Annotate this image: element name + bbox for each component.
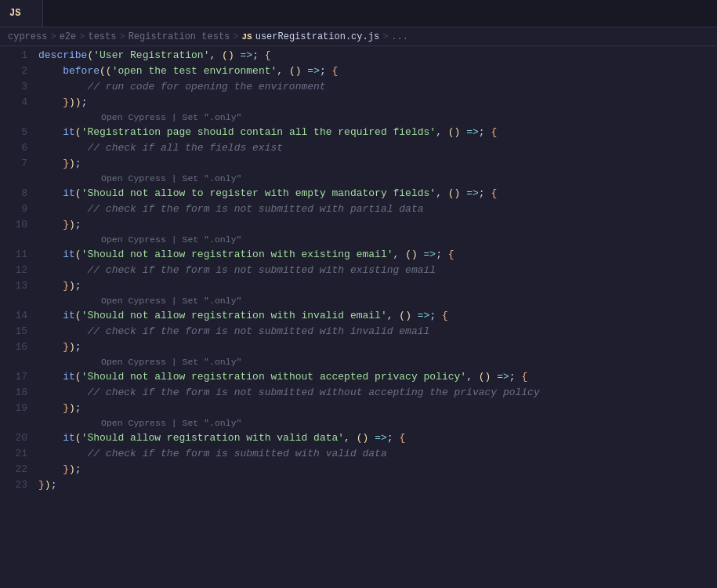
code-line: }); — [38, 462, 717, 477]
code-line: }); — [38, 156, 717, 172]
code-line: }); — [38, 477, 717, 493]
line-number: 9 — [0, 201, 27, 217]
code-line: // check if the form is not submitted wi… — [38, 385, 717, 401]
code-line: })); — [38, 95, 717, 111]
code-line: // check if the form is submitted with v… — [38, 446, 717, 462]
line-number-empty — [0, 416, 27, 430]
line-number-empty — [0, 294, 27, 308]
breadcrumb-cypress[interactable]: cypress — [8, 31, 47, 42]
line-number: 15 — [0, 324, 27, 339]
code-line: }); — [38, 401, 717, 416]
line-number: 12 — [0, 263, 27, 278]
sep-4: > — [233, 31, 238, 42]
breadcrumb-e2e[interactable]: e2e — [60, 31, 77, 42]
line-number-empty — [0, 172, 27, 186]
sep-1: > — [50, 31, 56, 42]
line-number-empty — [0, 111, 27, 125]
line-number: 13 — [0, 278, 27, 294]
line-number: 23 — [0, 477, 27, 493]
line-number: 7 — [0, 156, 27, 172]
sep-2: > — [79, 31, 85, 42]
line-number: 17 — [0, 369, 27, 385]
code-annotation: Open Cypress | Set ".only" — [38, 294, 717, 308]
line-number: 10 — [0, 217, 27, 233]
tab-userregistration[interactable]: JS — [0, 0, 43, 27]
line-number: 20 — [0, 430, 27, 446]
code-line: it('Should not allow registration with e… — [38, 247, 717, 263]
line-number: 6 — [0, 140, 27, 156]
line-numbers: 1234567891011121314151617181920212223 — [0, 46, 35, 588]
line-number: 3 — [0, 79, 27, 95]
code-annotation: Open Cypress | Set ".only" — [38, 416, 717, 430]
code-line: }); — [38, 339, 717, 355]
code-annotation: Open Cypress | Set ".only" — [38, 111, 717, 125]
code-annotation: Open Cypress | Set ".only" — [38, 172, 717, 186]
breadcrumb-js-icon: JS — [241, 32, 252, 42]
line-number: 14 — [0, 308, 27, 324]
breadcrumb-tests[interactable]: tests — [88, 31, 116, 42]
line-number: 1 — [0, 48, 27, 64]
line-number: 8 — [0, 186, 27, 201]
line-number: 11 — [0, 247, 27, 263]
line-number: 16 — [0, 339, 27, 355]
code-line: before(('open the test environment', () … — [38, 64, 717, 79]
line-number: 5 — [0, 125, 27, 140]
sep-3: > — [119, 31, 125, 42]
line-number-empty — [0, 233, 27, 247]
code-line: it('Should not allow to register with em… — [38, 186, 717, 201]
code-line: describe('User Registration', () =>; { — [38, 48, 717, 64]
line-number: 4 — [0, 95, 27, 111]
sep-5: > — [382, 31, 388, 42]
code-line: }); — [38, 217, 717, 233]
line-number: 2 — [0, 64, 27, 79]
code-line: it('Should not allow registration withou… — [38, 369, 717, 385]
code-line: // run code for opening the environment — [38, 79, 717, 95]
line-number-empty — [0, 355, 27, 369]
code-line: // check if the form is not submitted wi… — [38, 201, 717, 217]
tab-bar: JS — [0, 0, 717, 27]
breadcrumb: cypress > e2e > tests > Registration tes… — [0, 27, 717, 46]
breadcrumb-registration-tests[interactable]: Registration tests — [129, 31, 230, 42]
line-number: 18 — [0, 385, 27, 401]
js-file-icon: JS — [9, 8, 20, 19]
code-line: // check if the form is not submitted wi… — [38, 324, 717, 339]
code-line: it('Should not allow registration with i… — [38, 308, 717, 324]
code-line: // check if the form is not submitted wi… — [38, 263, 717, 278]
code-line: it('Should allow registration with valid… — [38, 430, 717, 446]
breadcrumb-filename[interactable]: userRegistration.cy.js — [255, 31, 379, 42]
line-number: 22 — [0, 462, 27, 477]
code-annotation: Open Cypress | Set ".only" — [38, 355, 717, 369]
code-editor: 1234567891011121314151617181920212223 de… — [0, 46, 717, 588]
line-number: 21 — [0, 446, 27, 462]
code-line: it('Registration page should contain all… — [38, 125, 717, 140]
breadcrumb-ellipsis: ... — [391, 31, 408, 42]
line-number: 19 — [0, 401, 27, 416]
code-annotation: Open Cypress | Set ".only" — [38, 233, 717, 247]
code-line: // check if all the fields exist — [38, 140, 717, 156]
code-line: }); — [38, 278, 717, 294]
code-content: describe('User Registration', () =>; { b… — [35, 46, 717, 588]
